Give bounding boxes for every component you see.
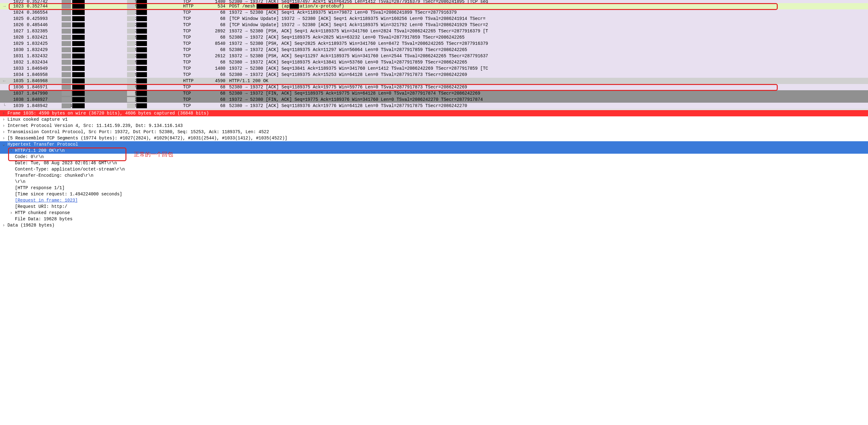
packet-info: 52380 → 19372 [ACK] Seq=1189375 Ack=1525…: [227, 71, 868, 78]
packet-len: 68: [206, 15, 227, 22]
packet-src: 6.143: [59, 103, 125, 109]
packet-time: 1.832385: [25, 28, 59, 34]
packet-dst: .143: [125, 78, 181, 84]
detail-data[interactable]: › Data (19628 bytes): [0, 222, 868, 228]
packet-proto: TCP: [181, 9, 206, 15]
detail-tenc-text: Transfer-Encoding: chunked\r\n: [15, 172, 93, 178]
packet-info: [TCP Window Update] 19372 → 52380 [ACK] …: [227, 22, 868, 28]
packet-row[interactable]: 10301.832429143.239TCP6852380 → 19372 [A…: [0, 47, 868, 53]
packet-row[interactable]: 10250.425993239.143TCP68[TCP Window Upda…: [0, 15, 868, 22]
packet-dst: .143: [125, 53, 181, 59]
detail-ip[interactable]: › Internet Protocol Version 4, Src: 11.1…: [0, 123, 868, 129]
collapse-arrow-icon[interactable]: ⌄: [0, 141, 7, 148]
detail-reassembled[interactable]: › [5 Reassembled TCP Segments (19774 byt…: [0, 135, 868, 141]
packet-proto: HTTP: [181, 78, 206, 84]
expand-arrow-icon[interactable]: ›: [0, 117, 7, 123]
packet-row[interactable]: 10341.846958143.239TCP6852380 → 19372 [A…: [0, 71, 868, 78]
packet-time: 0.366554: [25, 9, 59, 15]
detail-http-crlf[interactable]: \r\n: [0, 178, 868, 185]
packet-src: 143: [59, 71, 125, 78]
packet-row[interactable]: 10260.485446239.143TCP68[TCP Window Upda…: [0, 22, 868, 28]
packet-no: 1028: [9, 34, 25, 40]
detail-http-ctype[interactable]: Content-Type: application/octet-stream\r…: [0, 166, 868, 172]
detail-http-status[interactable]: › HTTP/1.1 200 OK\r\n: [0, 148, 868, 154]
packet-row[interactable]: 10281.832421143.239TCP6852380 → 19372 [A…: [0, 34, 868, 40]
packet-no: 1026: [9, 22, 25, 28]
packet-time: 0.352742: [25, 0, 59, 3]
packet-details-pane[interactable]: › Frame 1035: 4590 bytes on wire (36720 …: [0, 110, 868, 228]
expand-arrow-icon[interactable]: ›: [7, 210, 15, 216]
detail-tsr-text: [Time since request: 1.494224000 seconds…: [15, 191, 122, 197]
detail-http-filedata[interactable]: File Data: 19628 bytes: [0, 216, 868, 222]
packet-dst: .143: [125, 15, 181, 22]
packet-row[interactable]: →10230.352744143.239HTTP534POST /mesh HT…: [0, 3, 868, 9]
expand-arrow-icon[interactable]: ›: [0, 110, 7, 117]
detail-http-requri[interactable]: [Request URI: http:/: [0, 203, 868, 210]
detail-http-code[interactable]: Code: 0\r\n: [0, 154, 868, 160]
packet-len: 68: [206, 59, 227, 65]
detail-http-response[interactable]: [HTTP response 1/1]: [0, 185, 868, 191]
packet-src: 143: [59, 84, 125, 90]
detail-tcp[interactable]: › Transmission Control Protocol, Src Por…: [0, 129, 868, 135]
packet-proto: HTTP: [181, 3, 206, 9]
packet-row[interactable]: 10331.846949239.143TCP148019372 → 52380 …: [0, 65, 868, 71]
packet-src: 239: [59, 15, 125, 22]
packet-proto: TCP: [181, 40, 206, 47]
packet-dst: .239: [125, 59, 181, 65]
detail-http-tenc[interactable]: Transfer-Encoding: chunked\r\n: [0, 172, 868, 178]
packet-row[interactable]: 10240.366554239.143TCP6819372 → 52380 [A…: [0, 9, 868, 15]
packet-len: 4590: [206, 78, 227, 84]
packet-info: 19372 → 52380 [PSH, ACK] Seq=1 Ack=11893…: [227, 28, 868, 34]
packet-src: 143: [59, 3, 125, 9]
packet-len: 534: [206, 3, 227, 9]
packet-dst: .239: [125, 34, 181, 40]
expand-arrow-icon[interactable]: ›: [0, 135, 7, 141]
packet-info: 19372 → 52380 [PSH, ACK] Seq=11297 Ack=1…: [227, 53, 868, 59]
packet-row[interactable]: ←10351.846968239.143HTTP4590HTTP/1.1 200…: [0, 78, 868, 84]
packet-src: 239: [59, 65, 125, 71]
packet-info: 19372 → 52380 [FIN, ACK] Seq=19775 Ack=1…: [227, 96, 868, 103]
detail-http-tsr[interactable]: [Time since request: 1.494224000 seconds…: [0, 191, 868, 197]
detail-http-reqframe[interactable]: [Request in frame: 1023]: [0, 197, 868, 203]
packet-len: 8540: [206, 40, 227, 47]
pane-splitter[interactable]: [0, 109, 868, 110]
packet-list[interactable]: 10220.352742143.239TCP148052380 → 19372 …: [0, 0, 868, 109]
expand-arrow-icon[interactable]: ›: [0, 222, 7, 228]
packet-row[interactable]: 10271.832385239.143TCP289219372 → 52380 …: [0, 28, 868, 34]
expand-arrow-icon[interactable]: ›: [0, 123, 7, 129]
packet-row[interactable]: 10381.848927239.143TCP6819372 → 52380 [F…: [0, 96, 868, 103]
packet-len: 68: [206, 84, 227, 90]
detail-http-header[interactable]: ⌄ Hypertext Transfer Protocol: [0, 141, 868, 148]
packet-info: 52380 → 19372 [ACK] Seq=1187497 Ack=1 Wi…: [227, 0, 868, 3]
expand-arrow-icon[interactable]: ›: [7, 148, 15, 154]
packet-src: 239: [59, 22, 125, 28]
packet-proto: TCP: [181, 84, 206, 90]
packet-row[interactable]: 10321.832434143.239TCP6852380 → 19372 [A…: [0, 59, 868, 65]
packet-row[interactable]: 10311.832432239.143TCP261219372 → 52380 …: [0, 53, 868, 59]
packet-no: 1036: [9, 84, 25, 90]
expand-arrow-icon[interactable]: ›: [0, 129, 7, 135]
packet-dst: .239: [125, 84, 181, 90]
detail-frame[interactable]: › Frame 1035: 4590 bytes on wire (36720 …: [0, 110, 868, 117]
packet-row[interactable]: 10361.846971143.239TCP6852380 → 19372 [A…: [0, 84, 868, 90]
detail-http-text: Hypertext Transfer Protocol: [7, 141, 78, 148]
packet-info: HTTP/1.1 200 OK: [227, 78, 868, 84]
packet-proto: TCP: [181, 59, 206, 65]
detail-reqframe-link[interactable]: [Request in frame: 1023]: [15, 197, 78, 203]
packet-row[interactable]: 10291.832425239.143TCP854019372 → 52380 …: [0, 40, 868, 47]
packet-row[interactable]: 10371.847990143.239TCP6852380 → 19372 [F…: [0, 90, 868, 96]
packet-row[interactable]: 10220.352742143.239TCP148052380 → 19372 …: [0, 0, 868, 3]
packet-src: 143: [59, 90, 125, 96]
packet-proto: TCP: [181, 53, 206, 59]
packet-arrow-icon: →: [0, 3, 9, 9]
packet-src: 239: [59, 96, 125, 103]
packet-dst: .143: [125, 9, 181, 15]
packet-info: 52380 → 19372 [ACK] Seq=1189375 Ack=1977…: [227, 84, 868, 90]
packet-src: 143: [59, 59, 125, 65]
detail-http-chunked[interactable]: › HTTP chunked response: [0, 210, 868, 216]
detail-http-date[interactable]: Date: Tue, 08 Aug 2023 02:01:46 GMT\r\n: [0, 160, 868, 166]
packet-row[interactable]: └10391.8489426.143.239TCP6852380 → 19372…: [0, 103, 868, 109]
packet-len: 68: [206, 103, 227, 109]
packet-time: 1.848942: [25, 103, 59, 109]
detail-linux[interactable]: › Linux cooked capture v1: [0, 117, 868, 123]
